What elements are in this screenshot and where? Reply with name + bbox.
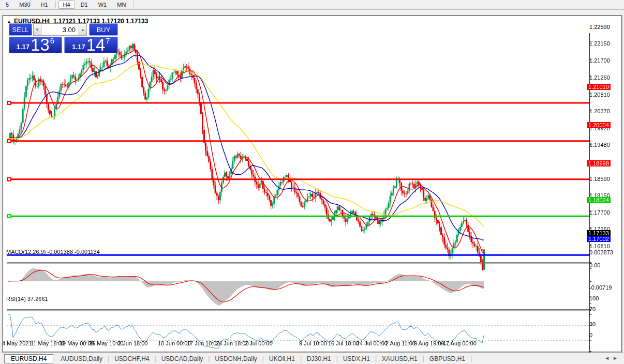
price-axis-tick: 1.22590	[589, 24, 610, 30]
timeframe-button-H1[interactable]: H1	[36, 1, 53, 9]
chart-tab-eurusd[interactable]: EURUSD,H4	[4, 354, 53, 363]
chart-tab-bar: EURUSD,H4AUDUSD,Daily|USDCHF,H4|USDCAD,D…	[0, 353, 624, 364]
one-click-trade-panel: SELL ▼ 3.00 ▲ BUY 1.17 13 6 1.17 14 7	[9, 23, 118, 53]
buy-price-prefix: 1.17	[72, 43, 85, 51]
hline-price-label: 1.21010	[587, 84, 611, 90]
macd-axis-tick: 0.003873	[589, 249, 613, 255]
time-axis-label: 24 Jun 18:00	[216, 340, 249, 346]
rsi-axis-tick: 70	[589, 306, 596, 312]
sell-price-pip-digit: 6	[50, 36, 54, 45]
buy-price-pip-digit: 7	[106, 36, 110, 45]
toolbar-separator	[133, 1, 133, 8]
sell-price-big-digits: 13	[31, 38, 50, 52]
time-axis-label: 16 Jul 18:00	[328, 340, 359, 346]
chart-tab-dj30[interactable]: DJ30,H1	[302, 355, 336, 363]
chart-tab-xauusd[interactable]: XAUUSD,H1	[377, 355, 423, 363]
time-axis-label: 17 Jun 10:00	[187, 340, 220, 346]
price-axis-tick: 1.22150	[589, 40, 610, 47]
chart-tab-gbpusd[interactable]: GBPUSD,H1	[424, 355, 470, 363]
time-axis-label: 17 Aug 00:00	[443, 340, 477, 346]
timeframe-button-D1[interactable]: D1	[76, 1, 93, 9]
time-axis-label: 2 Jul 00:00	[245, 340, 273, 346]
price-axis-tick: 1.16810	[589, 243, 610, 249]
timeframe-button-M30[interactable]: M30	[14, 1, 35, 9]
time-axis-label: 24 Jul 00:00	[356, 340, 388, 346]
timeframe-toolbar: 5M30H1H4D1W1MN	[0, 0, 624, 10]
buy-button[interactable]: BUY	[89, 23, 118, 36]
price-axis-tick: 1.21700	[589, 57, 610, 64]
buy-price-big-digits: 14	[86, 38, 106, 52]
mt4-app-window: 5M30H1H4D1W1MN ▲EURUSD,H4 1.17121 1.1713…	[0, 0, 624, 364]
price-axis-tick: 1.17700	[589, 209, 610, 216]
tab-scroll-left-icon[interactable]: ◄	[604, 355, 613, 361]
hline-price-label: 1.18998	[587, 160, 611, 166]
rsi-indicator-label: RSI(14) 37.2661	[6, 296, 48, 302]
chart-tab-usdcnh[interactable]: USDCNH,Daily	[210, 355, 262, 363]
time-axis-label: 10 Jun 00:00	[158, 340, 191, 346]
time-axis-label: 2 Aug 11:00	[385, 340, 415, 346]
hline-price-label: 1.20004	[587, 122, 611, 128]
price-chart-canvas[interactable]	[7, 33, 591, 355]
chart-tab-ukoil[interactable]: UKOil,H1	[264, 355, 300, 363]
sell-price-display[interactable]: 1.17 13 6	[9, 37, 62, 53]
timeframe-button-W1[interactable]: W1	[94, 1, 112, 9]
price-axis-tick: 1.20370	[589, 108, 610, 114]
hline-price-label: 1.17002	[587, 236, 611, 242]
hline-price-label: 1.18024	[587, 197, 611, 203]
macd-indicator-label: MACD(12,26,9) -0.001388 -0.001134	[6, 249, 100, 255]
chart-tab-usdx[interactable]: USDX,H1	[338, 355, 375, 363]
sell-price-prefix: 1.17	[17, 43, 29, 51]
timeframe-button-5[interactable]: 5	[1, 1, 13, 9]
rsi-axis-tick: 100	[589, 295, 599, 301]
rsi-axis-tick: 30	[589, 321, 596, 327]
time-axis-label: 9 Aug 19:00	[414, 340, 444, 346]
time-axis-label: 2 Jun 18:00	[118, 340, 148, 346]
timeframe-button-MN[interactable]: MN	[112, 1, 130, 9]
timeframe-button-H4[interactable]: H4	[58, 1, 75, 9]
macd-axis-tick: -0.00719	[589, 284, 612, 291]
current-price-label: 1.17133	[587, 230, 611, 236]
buy-price-display[interactable]: 1.17 14 7	[64, 37, 118, 53]
rsi-axis-tick: 0	[589, 332, 592, 338]
volume-decrease-button[interactable]: ▼	[33, 23, 41, 36]
trade-panel-price-row: 1.17 13 6 1.17 14 7	[9, 37, 118, 53]
volume-increase-button[interactable]: ▲	[79, 23, 87, 36]
tab-separator: |	[470, 355, 472, 362]
chart-tab-usdcad[interactable]: USDCAD,Daily	[156, 355, 209, 363]
chart-window: ▲EURUSD,H4 1.17121 1.17133 1.17120 1.171…	[3, 16, 622, 352]
toolbar-separator	[55, 1, 56, 8]
time-axis-label: 9 Jul 10:00	[299, 340, 327, 346]
sell-button[interactable]: SELL	[9, 23, 32, 36]
price-axis-tick: 1.18590	[589, 176, 610, 182]
chart-tab-audusd[interactable]: AUDUSD,Daily	[55, 355, 108, 363]
price-axis-tick: 1.19480	[589, 142, 610, 148]
price-axis-tick: 1.21260	[589, 74, 610, 81]
trade-panel-top-row: SELL ▼ 3.00 ▲ BUY	[9, 23, 118, 36]
time-axis-label: 4 May 2021	[2, 340, 32, 346]
macd-axis-tick: 0.00	[589, 262, 600, 268]
price-axis-tick: 1.20810	[589, 92, 610, 98]
volume-input[interactable]: 3.00	[41, 23, 79, 36]
chart-tab-usdchf[interactable]: USDCHF,H4	[109, 355, 154, 363]
tab-scroll-right-icon[interactable]: ►	[613, 355, 621, 361]
